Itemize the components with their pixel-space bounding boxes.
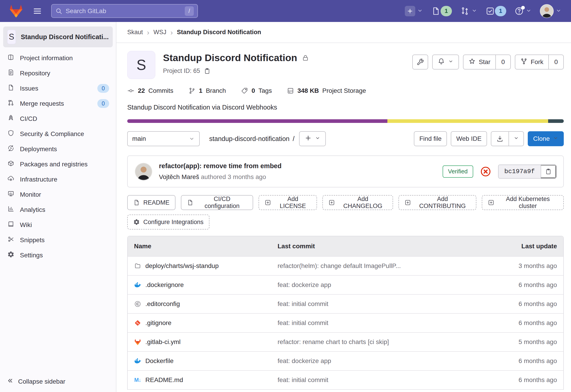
search-box[interactable]: /	[51, 4, 198, 18]
pipeline-failed-icon[interactable]	[480, 166, 491, 177]
commit-authored-meta: authored 3 months ago	[201, 173, 266, 180]
commit-author-avatar[interactable]	[134, 163, 153, 181]
add-kubernetes-cluster-button[interactable]: Add Kubernetes cluster	[482, 195, 564, 210]
user-menu-button[interactable]	[540, 4, 561, 18]
count-badge: 0	[97, 99, 109, 108]
stat-tags[interactable]: 0Tags	[241, 87, 272, 94]
collapse-sidebar-button[interactable]: Collapse sidebar	[7, 377, 65, 386]
branch-selector[interactable]: main	[127, 131, 200, 146]
sidebar-item-security-compliance[interactable]: Security & Compliance	[0, 126, 116, 141]
language-bar[interactable]	[127, 119, 564, 123]
commit-message[interactable]: refactor(app): remove time from embed	[159, 162, 281, 170]
stat-branch[interactable]: 1Branch	[188, 87, 226, 94]
last-update: 5 months ago	[493, 338, 563, 346]
stat-label: Branch	[206, 87, 226, 94]
last-commit-link[interactable]: refactor: rename chart to charts [ci ski…	[278, 338, 493, 346]
stat-value: 1	[199, 87, 203, 94]
notifications-bell-button[interactable]	[432, 55, 459, 70]
add-license-button[interactable]: Add LICENSE	[258, 195, 317, 210]
sidebar-item-deployments[interactable]: Deployments	[0, 141, 116, 157]
issues-button[interactable]: 1	[431, 6, 452, 16]
file-name-link[interactable]: deploy/charts/wsj-standup	[145, 262, 219, 269]
readme-button[interactable]: README	[127, 195, 175, 210]
add-file-button[interactable]	[299, 131, 326, 146]
sidebar-item-ci-cd[interactable]: CI/CD	[0, 111, 116, 126]
double-chevron-left-icon	[7, 377, 14, 386]
file-name-cell: .gitignore	[128, 319, 278, 327]
add-contributing-button[interactable]: Add CONTRIBUTING	[399, 195, 476, 210]
quick-action-label: Configure Integrations	[143, 219, 203, 226]
table-row-divider	[128, 389, 563, 390]
stat-value: 348 KB	[298, 87, 319, 94]
gear-icon	[7, 251, 14, 260]
last-commit-link[interactable]: feat: dockerize app	[278, 281, 493, 289]
star-count[interactable]: 0	[496, 55, 511, 70]
file-name-cell: deploy/charts/wsj-standup	[128, 262, 278, 269]
verified-badge[interactable]: Verified	[443, 166, 473, 178]
file-name-link[interactable]: .gitignore	[145, 319, 171, 327]
last-commit-link[interactable]: feat: initial commit	[278, 319, 493, 327]
sidebar-item-issues[interactable]: Issues0	[0, 81, 116, 96]
hamburger-menu-button[interactable]	[33, 6, 42, 16]
file-name-link[interactable]: Dockerfile	[145, 357, 173, 365]
quick-actions-row-1: READMECI/CD configurationAdd LICENSEAdd …	[127, 195, 564, 210]
file-name-link[interactable]: .dockerignore	[145, 281, 184, 289]
merge-requests-menu-button[interactable]	[460, 6, 477, 16]
new-menu-button[interactable]	[405, 6, 423, 16]
stat-label: Commits	[148, 87, 173, 94]
sidebar-item-monitor[interactable]: Monitor	[0, 187, 116, 202]
sidebar-item-analytics[interactable]: Analytics	[0, 202, 116, 217]
search-shortcut-key: /	[185, 6, 194, 16]
copy-sha-button[interactable]	[541, 165, 556, 178]
fork-button[interactable]: Fork	[515, 55, 549, 70]
stat-label: Tags	[258, 87, 272, 94]
sidebar-item-settings[interactable]: Settings	[0, 248, 116, 263]
sidebar-item-repository[interactable]: Repository	[0, 66, 116, 81]
chevron-down-icon	[189, 136, 195, 142]
sidebar-item-wiki[interactable]: Wiki	[0, 217, 116, 232]
help-menu-button[interactable]	[514, 6, 532, 16]
breadcrumb-subgroup[interactable]: WSJ	[154, 29, 166, 36]
last-commit-link[interactable]: feat: dockerize app	[278, 357, 493, 365]
stat-commits[interactable]: 22Commits	[127, 87, 173, 94]
commit-author[interactable]: Vojtěch Mareš	[159, 173, 199, 180]
web-ide-button[interactable]: Web IDE	[451, 131, 487, 146]
breadcrumb-project[interactable]: Standup Discord Notification	[177, 29, 261, 36]
repo-path[interactable]: standup-discord-notification	[209, 135, 290, 143]
sidebar-item-merge-requests[interactable]: Merge requests0	[0, 96, 116, 111]
add-changelog-button[interactable]: Add CHANGELOG	[322, 195, 393, 210]
editorconfig-icon	[134, 300, 141, 308]
find-file-button[interactable]: Find file	[414, 131, 447, 146]
ci-cd-configuration-button[interactable]: CI/CD configuration	[181, 195, 253, 210]
sidebar-item-snippets[interactable]: Snippets	[0, 232, 116, 248]
star-button[interactable]: Star	[463, 55, 496, 70]
plus-square-icon	[488, 199, 495, 206]
configure-integrations-button[interactable]: Configure Integrations	[127, 215, 209, 229]
sidebar-item-infrastructure[interactable]: Infrastructure	[0, 172, 116, 187]
last-commit-link[interactable]: refactor(helm): change default ImagePull…	[278, 262, 493, 269]
file-name-cell: .gitlab-ci.yml	[128, 338, 278, 346]
download-options-button[interactable]	[509, 131, 524, 146]
file-name-link[interactable]: README.md	[145, 376, 183, 384]
sidebar-item-project-information[interactable]: Project information	[0, 50, 116, 66]
gitlab-logo[interactable]	[8, 4, 24, 18]
project-actions: Star 0 Fork 0	[412, 51, 564, 70]
stat-project-storage[interactable]: 348 KBProject Storage	[287, 87, 366, 94]
sidebar-item-packages-and-registries[interactable]: Packages and registries	[0, 157, 116, 172]
sidebar-project-header[interactable]: S Standup Discord Notificati...	[3, 27, 113, 47]
todos-button[interactable]: 1	[485, 6, 506, 16]
file-name-link[interactable]: .gitlab-ci.yml	[145, 338, 181, 346]
commit-short-sha: bc197a9f	[499, 165, 541, 178]
file-name-link[interactable]: .editorconfig	[145, 300, 180, 308]
last-update: 6 months ago	[493, 376, 563, 384]
fork-count[interactable]: 0	[549, 55, 564, 70]
last-commit-link[interactable]: feat: initial commit	[278, 376, 493, 384]
clone-button[interactable]: Clone	[528, 131, 564, 146]
search-input[interactable]	[66, 7, 182, 15]
last-commit-link[interactable]: feat: initial commit	[278, 300, 493, 308]
copy-project-id-button[interactable]	[204, 68, 211, 74]
admin-wrench-button[interactable]	[412, 55, 428, 70]
breadcrumb-group[interactable]: Skaut	[127, 29, 143, 36]
stat-label: Project Storage	[322, 87, 366, 94]
download-button[interactable]	[491, 131, 509, 146]
